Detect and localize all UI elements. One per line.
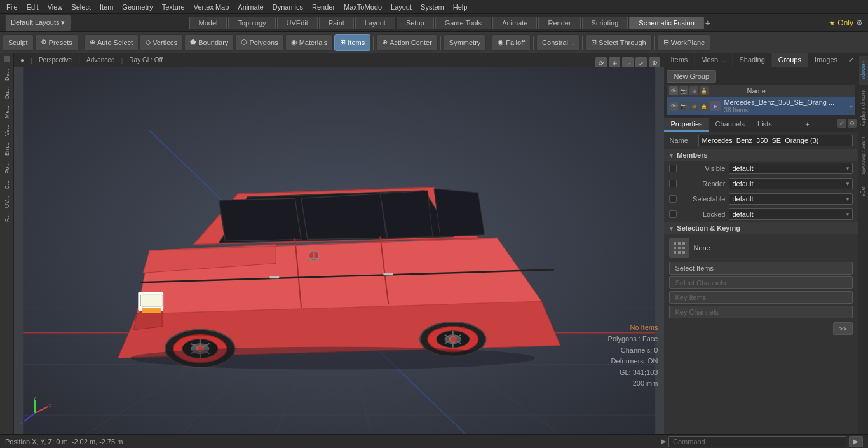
boundary-button[interactable]: ⬟ Boundary <box>184 34 234 51</box>
viewport-shading[interactable]: Advanced <box>84 56 117 64</box>
selectable-select[interactable]: default <box>729 193 853 205</box>
sculpt-button[interactable]: Sculpt <box>3 34 34 51</box>
command-input[interactable] <box>668 436 846 447</box>
menu-texture[interactable]: Texture <box>158 2 189 12</box>
viewport-raygl[interactable]: Ray GL: Off <box>126 56 165 64</box>
selection-keying-header[interactable]: ▼ Selection & Keying <box>664 222 858 234</box>
item-lock-icon[interactable]: 🔒 <box>700 102 709 111</box>
header-grid-icon[interactable]: ⊞ <box>689 86 698 95</box>
sidebar-item-5[interactable]: Po... <box>3 160 11 177</box>
presets-button[interactable]: ⚙ Presets <box>35 34 78 51</box>
menu-geometry[interactable]: Geometry <box>118 2 156 12</box>
vertices-button[interactable]: ◇ Vertices <box>140 34 183 51</box>
menu-view[interactable]: View <box>44 2 67 12</box>
default-layouts-btn[interactable]: Default Layouts ▾ <box>5 15 71 31</box>
header-lock-icon[interactable]: 🔒 <box>700 86 709 95</box>
tab-render[interactable]: Render <box>538 17 580 29</box>
menu-file[interactable]: File <box>3 2 22 12</box>
menu-layout[interactable]: Layout <box>387 2 416 12</box>
polygons-button[interactable]: ⬡ Polygons <box>235 34 283 51</box>
visible-select[interactable]: default <box>729 163 853 174</box>
sidebar-item-0[interactable]: De... <box>3 66 11 83</box>
viewport-mode[interactable]: Perspective <box>36 56 74 64</box>
header-cam-icon[interactable]: 📷 <box>679 86 688 95</box>
props-tab-channels[interactable]: Channels <box>709 118 751 132</box>
menu-animate[interactable]: Animate <box>234 2 267 12</box>
rp-expand-btn[interactable]: ⤢ <box>844 53 858 67</box>
menu-help[interactable]: Help <box>449 2 471 12</box>
menu-edit[interactable]: Edit <box>23 2 43 12</box>
keying-icon-dots[interactable] <box>669 238 689 258</box>
arrow-right-button[interactable]: >> <box>833 322 853 335</box>
rp-tab-images[interactable]: Images <box>808 53 844 67</box>
sidebar-item-1[interactable]: Du... <box>3 85 11 102</box>
props-settings-btn[interactable]: ⚙ <box>848 119 857 128</box>
members-section-header[interactable]: ▼ Members <box>664 149 858 161</box>
sidebar-item-8[interactable]: F... <box>3 212 11 224</box>
add-layout-button[interactable]: + <box>705 18 710 28</box>
autoselect-button[interactable]: ⊕ Auto Select <box>84 34 139 51</box>
menu-vertexmap[interactable]: Vertex Map <box>190 2 233 12</box>
tab-layout[interactable]: Layout <box>355 17 395 29</box>
list-item-group[interactable]: 👁 📷 ⊞ 🔒 ▶ Mercedes_Benz_350_SE_Orang ...… <box>667 97 855 115</box>
menu-dynamics[interactable]: Dynamics <box>269 2 307 12</box>
item-cam-icon[interactable]: 📷 <box>679 102 688 111</box>
new-group-button[interactable]: New Group <box>667 70 716 83</box>
vtab-user-channels[interactable]: User Channels <box>859 132 868 180</box>
item-eye-icon[interactable]: 👁 <box>669 102 678 111</box>
rp-tab-items[interactable]: Items <box>664 53 695 67</box>
rp-tab-groups[interactable]: Groups <box>772 53 808 67</box>
rp-tab-shading[interactable]: Shading <box>733 53 771 67</box>
menu-select[interactable]: Select <box>67 2 95 12</box>
tab-topology[interactable]: Topology <box>228 17 275 29</box>
menu-render[interactable]: Render <box>308 2 339 12</box>
locked-checkbox[interactable] <box>669 210 677 218</box>
tab-setup[interactable]: Setup <box>397 17 434 29</box>
tab-paint[interactable]: Paint <box>319 17 354 29</box>
sidebar-item-7[interactable]: UV... <box>3 193 11 210</box>
select-through-button[interactable]: ⊡ Select Through <box>585 34 651 51</box>
header-eye-icon[interactable]: 👁 <box>669 86 678 95</box>
item-plus-icon[interactable]: + <box>849 103 853 110</box>
vtab-group-display[interactable]: Group Display <box>859 85 868 132</box>
constraints-button[interactable]: Constrai... <box>536 34 580 51</box>
rp-tab-mesh[interactable]: Mesh ... <box>695 53 733 67</box>
select-items-button[interactable]: Select Items <box>669 262 853 275</box>
symmetry-button[interactable]: Symmetry <box>444 34 487 51</box>
falloff-button[interactable]: ◉ Falloff <box>492 34 531 51</box>
items-button[interactable]: ⊞ Items <box>334 34 370 51</box>
key-items-button[interactable]: Key Items <box>669 291 853 304</box>
selectable-checkbox[interactable] <box>669 195 677 203</box>
viewport-toggle[interactable]: ● <box>18 56 27 64</box>
props-tab-lists[interactable]: Lists <box>751 118 778 132</box>
sidebar-item-6[interactable]: C... <box>3 178 11 192</box>
sidebar-item-4[interactable]: Em... <box>3 140 11 158</box>
command-run-button[interactable]: ▶ <box>849 436 863 447</box>
locked-select[interactable]: default <box>729 208 853 220</box>
tab-uvedit[interactable]: UVEdit <box>277 17 318 29</box>
menu-maxtomodo[interactable]: MaxToModo <box>340 2 386 12</box>
items-list[interactable]: 👁 📷 ⊞ 🔒 ▶ Mercedes_Benz_350_SE_Orang ...… <box>667 97 855 115</box>
sidebar-item-3[interactable]: Ve... <box>3 122 11 139</box>
sidebar-toggle[interactable] <box>4 56 10 62</box>
settings-icon[interactable]: ⚙ <box>856 18 863 27</box>
tab-scripting[interactable]: Scripting <box>582 17 628 29</box>
tab-gametools[interactable]: Game Tools <box>435 17 492 29</box>
render-checkbox[interactable] <box>669 180 677 187</box>
item-grid-icon[interactable]: ⊞ <box>689 102 698 111</box>
key-channels-button[interactable]: Key Channels <box>669 306 853 318</box>
tab-schematic-fusion[interactable]: Schematic Fusion <box>629 17 703 29</box>
props-expand-btn[interactable]: ⤢ <box>837 119 846 128</box>
materials-button[interactable]: ◉ Materials <box>285 34 334 51</box>
vtab-groups[interactable]: Groups <box>859 56 868 85</box>
menu-system[interactable]: System <box>417 2 448 12</box>
props-tab-add[interactable]: + <box>800 118 814 132</box>
workplane-button[interactable]: ⊟ WorkPlane <box>658 34 711 51</box>
select-channels-button[interactable]: Select Channels <box>669 276 853 289</box>
sidebar-item-2[interactable]: Me... <box>3 103 11 121</box>
name-input[interactable] <box>698 135 853 146</box>
visible-checkbox[interactable] <box>669 165 677 172</box>
menu-item[interactable]: Item <box>96 2 117 12</box>
tab-model[interactable]: Model <box>189 17 227 29</box>
vtab-tags[interactable]: Tags <box>859 179 868 201</box>
